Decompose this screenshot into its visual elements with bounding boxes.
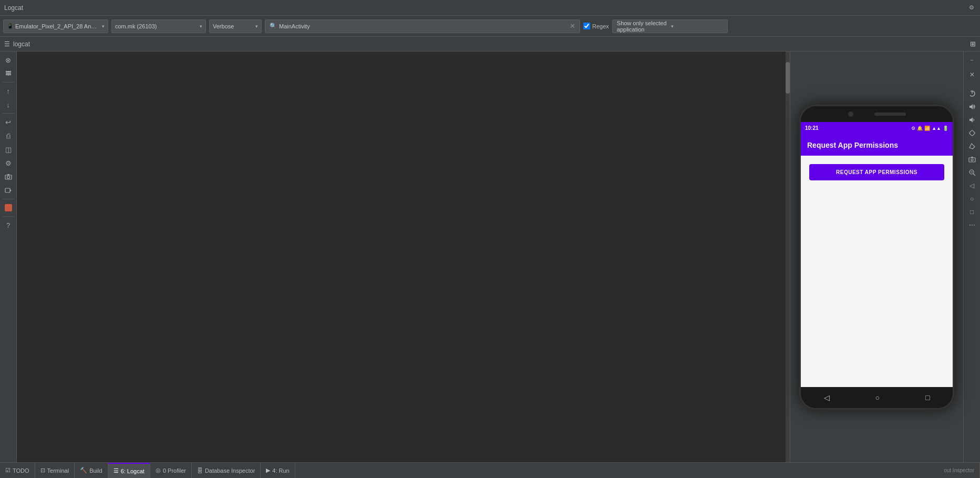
sidebar-separator-1 (3, 82, 14, 83)
logcat-subheader: ☰ logcat ⊞ (0, 37, 980, 52)
request-permissions-button[interactable]: REQUEST APP PERMISSIONS (809, 164, 944, 180)
print-icon[interactable]: ⎙ (2, 129, 15, 142)
gear-icon[interactable]: ⚙ (2, 157, 15, 169)
sidebar-separator-4 (3, 216, 14, 217)
emulator-power-icon[interactable] (966, 88, 978, 99)
regex-checkbox[interactable] (583, 23, 590, 29)
emulator-volume-down-icon[interactable] (966, 114, 978, 126)
tab-run[interactable]: ▶ 4: Run (261, 463, 295, 478)
terminal-label: Terminal (47, 467, 69, 474)
emulator-screenshot-icon[interactable] (966, 154, 978, 165)
search-input[interactable] (279, 23, 568, 29)
phone-home-button[interactable]: ○ (875, 393, 880, 402)
sidebar-separator-3 (3, 199, 14, 199)
svg-rect-7 (5, 188, 10, 192)
phone-square-button[interactable]: □ (925, 393, 930, 402)
database-label: Database Inspector (205, 467, 255, 474)
search-clear-icon[interactable]: ✕ (570, 22, 575, 30)
build-icon: 🔨 (80, 467, 87, 474)
regex-option[interactable]: Regex (583, 23, 609, 29)
emulator-min-button[interactable]: – (966, 54, 978, 65)
main-area: ⊗ ↑ ↓ ↩ ⎙ ◫ ⚙ (0, 52, 980, 462)
scroll-down-icon[interactable]: ↓ (2, 98, 15, 111)
emulator-zoom-icon[interactable] (966, 167, 978, 178)
out-inspector-label: out Inspector (944, 467, 974, 473)
terminal-icon: ⊡ (40, 467, 45, 474)
wifi-icon: 📶 (924, 126, 930, 131)
video-icon[interactable] (2, 184, 15, 197)
help-icon[interactable]: ? (2, 219, 15, 231)
status-bar: ☑ TODO ⊡ Terminal 🔨 Build ☰ 6: Logcat ◎ … (0, 462, 980, 478)
phone-device: 10:21 ⚙ 🔔 📶 ▲▲ 🔋 Request App Permissions (799, 105, 954, 410)
phone-back-button[interactable]: ◁ (824, 393, 830, 402)
tab-terminal[interactable]: ⊡ Terminal (35, 463, 75, 478)
package-dropdown-arrow: ▾ (200, 24, 202, 29)
scroll-end-icon[interactable] (2, 67, 15, 80)
search-box[interactable]: 🔍 ✕ (265, 19, 580, 33)
device-selector[interactable]: 📱 Emulator_Pixel_2_API_28 Androi... ▾ (3, 19, 108, 33)
show-only-dropdown-arrow: ▾ (671, 24, 723, 29)
svg-rect-13 (969, 130, 975, 136)
loglevel-dropdown-arrow: ▾ (255, 24, 258, 29)
show-only-label: Show only selected application (617, 20, 669, 33)
scrollbar-thumb[interactable] (786, 62, 790, 94)
phone-status-bar: 10:21 ⚙ 🔔 📶 ▲▲ 🔋 (801, 122, 953, 135)
emulator-rotate-icon[interactable] (966, 127, 978, 139)
title-bar-right: ⚙ (967, 4, 976, 12)
camera-icon[interactable] (2, 170, 15, 183)
scrollbar-track[interactable] (786, 52, 790, 462)
wrap-icon[interactable]: ↩ (2, 116, 15, 128)
emulator-square-icon[interactable]: □ (966, 206, 978, 218)
title-bar-left: Logcat (4, 4, 23, 12)
logcat-title: logcat (13, 40, 30, 48)
app-title: Logcat (4, 4, 23, 12)
svg-marker-8 (10, 189, 12, 191)
emulator-erase-icon[interactable] (966, 140, 978, 152)
phone-time: 10:21 (805, 125, 819, 131)
tab-todo[interactable]: ☑ TODO (0, 463, 35, 478)
emulator-back-icon[interactable]: ◁ (966, 180, 978, 191)
svg-line-19 (973, 174, 975, 176)
svg-rect-15 (969, 158, 975, 162)
title-bar: Logcat ⚙ (0, 0, 980, 16)
log-content (17, 52, 790, 462)
battery-icon: 🔋 (943, 126, 948, 131)
clear-logs-icon[interactable]: ⊗ (2, 54, 15, 66)
tab-build[interactable]: 🔨 Build (75, 463, 108, 478)
logcat-settings-icon[interactable]: ⊞ (970, 40, 976, 48)
loglevel-selector[interactable]: Verbose ▾ (209, 19, 262, 33)
phone-content: REQUEST APP PERMISSIONS (801, 156, 953, 387)
build-label: Build (89, 467, 102, 474)
orange-square-icon[interactable] (2, 201, 15, 214)
svg-rect-0 (6, 71, 11, 72)
search-icon: 🔍 (270, 23, 277, 29)
emulator-home-icon[interactable]: ○ (966, 193, 978, 205)
tab-database-inspector[interactable]: 🗄 Database Inspector (192, 463, 261, 478)
run-icon: ▶ (266, 467, 270, 474)
emulator-more-icon[interactable]: ⋯ (966, 219, 978, 231)
profiler-icon: ◎ (156, 467, 161, 474)
scroll-up-icon[interactable]: ↑ (2, 85, 15, 97)
svg-point-5 (7, 176, 9, 179)
emulator-sidebar: – ✕ (963, 52, 980, 462)
tab-profiler[interactable]: ◎ 0 Profiler (150, 463, 192, 478)
profiler-label: 0 Profiler (163, 467, 186, 474)
show-only-selector[interactable]: Show only selected application ▾ (612, 19, 728, 33)
phone-area: 10:21 ⚙ 🔔 📶 ▲▲ 🔋 Request App Permissions (790, 52, 963, 462)
svg-rect-17 (971, 157, 973, 158)
tab-logcat[interactable]: ☰ 6: Logcat (108, 463, 150, 478)
phone-camera (848, 111, 853, 117)
settings-button[interactable]: ⚙ (967, 4, 976, 12)
phone-app-title: Request App Permissions (807, 141, 898, 149)
svg-rect-6 (7, 174, 9, 175)
phone-status-icons: ⚙ 🔔 📶 ▲▲ 🔋 (911, 126, 948, 131)
toolbar: 📱 Emulator_Pixel_2_API_28 Androi... ▾ co… (0, 16, 980, 37)
settings-status-icon: ⚙ (911, 126, 915, 131)
emulator-volume-up-icon[interactable] (966, 101, 978, 113)
stop-icon (5, 204, 12, 211)
emulator-close-button[interactable]: ✕ (966, 69, 978, 80)
filter-icon[interactable]: ◫ (2, 143, 15, 156)
logcat-menu-icon[interactable]: ☰ (4, 40, 10, 48)
notification-status-icon: 🔔 (917, 126, 923, 131)
package-selector[interactable]: com.mk (26103) ▾ (111, 19, 206, 33)
